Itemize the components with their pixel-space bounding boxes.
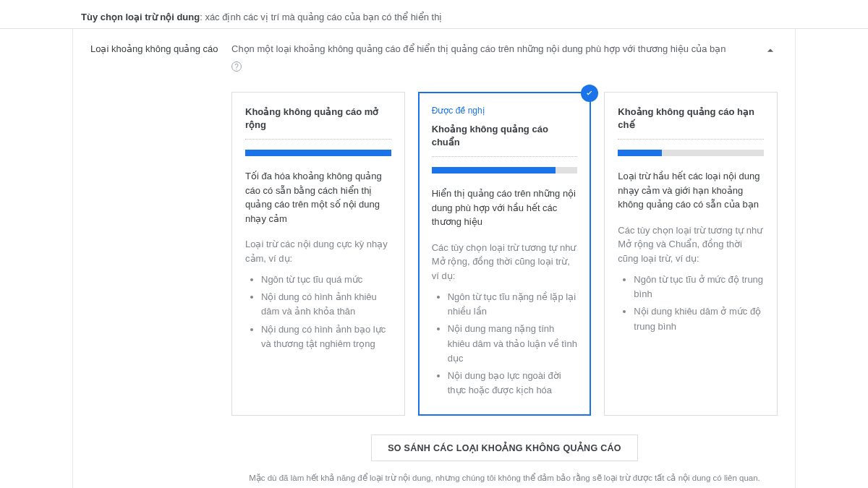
list-item: Nội dung bạo lực ngoài đời thực hoặc đượ… (448, 369, 578, 398)
exclusion-list: Ngôn từ tục tĩu quá mứcNội dung có hình … (245, 273, 391, 351)
inventory-meter (618, 150, 764, 156)
list-item: Nội dung khiêu dâm ở mức độ trung bình (634, 304, 764, 333)
card-title: Khoảng không quảng cáo hạn chế (618, 106, 764, 140)
card-title: Khoảng không quảng cáo mở rộng (245, 106, 391, 140)
app-root: Tùy chọn loại trừ nội dung: xác định các… (0, 0, 868, 488)
inventory-cards-row: Khoảng không quảng cáo mở rộngTối đa hóa… (231, 92, 778, 416)
section-label: Loại khoảng không quảng cáo (90, 42, 224, 56)
card-description: Hiển thị quảng cáo trên những nội dung p… (432, 187, 578, 229)
card-title: Khoảng không quảng cáo chuẩn (432, 123, 578, 157)
list-item: Nội dung mang nặng tính khiêu dâm và thả… (448, 322, 578, 365)
chevron-up-icon (763, 49, 778, 60)
list-item: Ngôn từ tục tĩu ở mức độ trung bình (634, 273, 764, 301)
card-subheading: Loại trừ các nội dung cực kỳ nhạy cảm, v… (245, 237, 391, 265)
inventory-meter-fill (245, 150, 391, 156)
inventory-card[interactable]: Được đề nghịKhoảng không quảng cáo chuẩn… (418, 92, 592, 416)
card-subheading: Các tùy chọn loại trừ tương tự như Mở rộ… (432, 241, 578, 283)
recommended-label: Được đề nghị (432, 106, 578, 116)
card-subheading: Các tùy chọn loại trừ tương tự như Mở rộ… (618, 223, 764, 266)
list-item: Nội dung có hình ảnh bạo lực và thương t… (261, 322, 391, 351)
collapse-toggle[interactable] (763, 43, 778, 58)
inventory-card[interactable]: Khoảng không quảng cáo hạn chếLoại trừ h… (604, 92, 778, 416)
help-icon[interactable]: ? (231, 61, 242, 72)
list-item: Ngôn từ tục tĩu nặng nề lặp lại nhiều lầ… (448, 290, 578, 319)
inventory-card[interactable]: Khoảng không quảng cáo mở rộngTối đa hóa… (231, 92, 405, 416)
disclaimer-text: Mặc dù đã làm hết khả năng để loại trừ n… (231, 473, 778, 483)
compare-wrap: SO SÁNH CÁC LOẠI KHOẢNG KHÔNG QUẢNG CÁO (231, 435, 778, 461)
section-right: Chọn một loại khoảng không quảng cáo để … (231, 42, 778, 483)
list-item: Ngôn từ tục tĩu quá mức (261, 273, 391, 287)
card-description: Loại trừ hầu hết các loại nội dung nhạy … (618, 169, 764, 212)
header-title-rest: : xác định các vị trí mà quảng cáo của b… (200, 12, 442, 22)
header-title-bold: Tùy chọn loại trừ nội dung (81, 12, 200, 22)
panel-header-row: Loại khoảng không quảng cáo Chọn một loạ… (90, 42, 778, 483)
section-description: Chọn một loại khoảng không quảng cáo để … (231, 42, 778, 57)
exclusion-list: Ngôn từ tục tĩu ở mức độ trung bìnhNội d… (618, 273, 764, 334)
list-item: Nội dung có hình ảnh khiêu dâm và ảnh kh… (261, 290, 391, 319)
inventory-meter-fill (618, 150, 662, 156)
inventory-type-panel: Loại khoảng không quảng cáo Chọn một loạ… (72, 29, 796, 488)
selected-check-icon (581, 85, 598, 102)
content-exclusion-header: Tùy chọn loại trừ nội dung: xác định các… (0, 6, 868, 29)
inventory-meter (245, 150, 391, 156)
inventory-meter-fill (432, 167, 556, 174)
inventory-meter (432, 167, 578, 174)
compare-inventory-button[interactable]: SO SÁNH CÁC LOẠI KHOẢNG KHÔNG QUẢNG CÁO (371, 435, 638, 461)
exclusion-list: Ngôn từ tục tĩu nặng nề lặp lại nhiều lầ… (432, 290, 578, 398)
card-description: Tối đa hóa khoảng không quảng cáo có sẵn… (245, 169, 391, 226)
